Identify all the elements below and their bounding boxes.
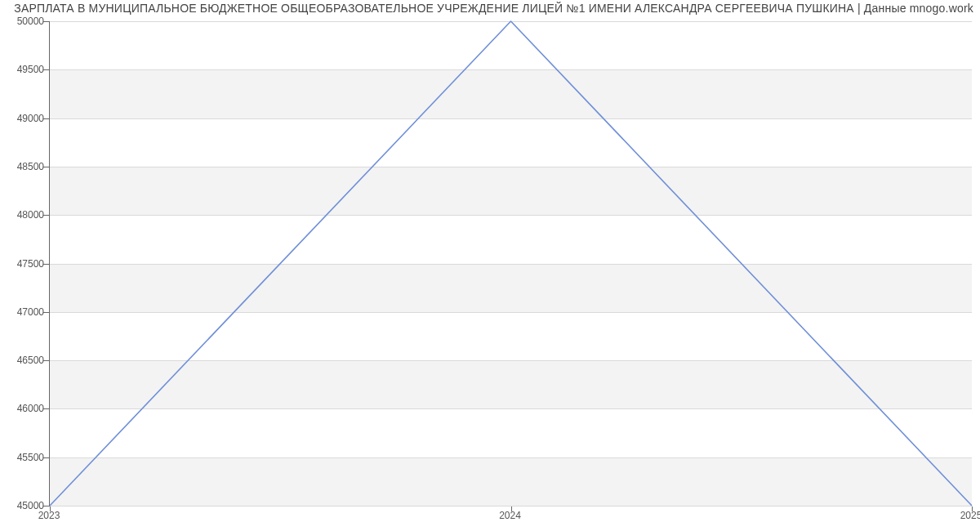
plot-area: [49, 21, 972, 506]
chart-title: ЗАРПЛАТА В МУНИЦИПАЛЬНОЕ БЮДЖЕТНОЕ ОБЩЕО…: [7, 2, 973, 15]
y-axis-label: 48000: [5, 209, 44, 221]
y-tick: [43, 264, 49, 265]
y-axis-label: 46000: [5, 403, 44, 414]
y-axis-label: 48500: [5, 161, 44, 172]
y-axis-label: 45500: [5, 452, 44, 463]
y-tick: [43, 167, 49, 167]
line-series: [50, 21, 972, 506]
y-axis-label: 47500: [5, 258, 44, 270]
series-line: [50, 21, 972, 506]
x-axis-label: 2025: [960, 510, 980, 521]
y-tick: [43, 69, 49, 70]
y-tick: [43, 21, 49, 22]
y-axis-label: 47000: [5, 306, 44, 318]
y-axis-label: 46500: [5, 355, 44, 366]
y-axis-label: 50000: [5, 16, 44, 27]
y-tick: [43, 118, 49, 119]
y-tick: [43, 360, 49, 361]
y-axis-label: 49500: [5, 64, 44, 75]
y-tick: [43, 408, 49, 409]
x-axis-label: 2023: [38, 510, 60, 521]
y-tick: [43, 457, 49, 458]
chart-container: ЗАРПЛАТА В МУНИЦИПАЛЬНОЕ БЮДЖЕТНОЕ ОБЩЕО…: [0, 0, 980, 531]
y-tick: [43, 312, 49, 313]
y-axis-label: 49000: [5, 113, 44, 124]
x-axis-label: 2024: [499, 510, 521, 521]
y-tick: [43, 506, 49, 506]
y-tick: [43, 215, 49, 216]
